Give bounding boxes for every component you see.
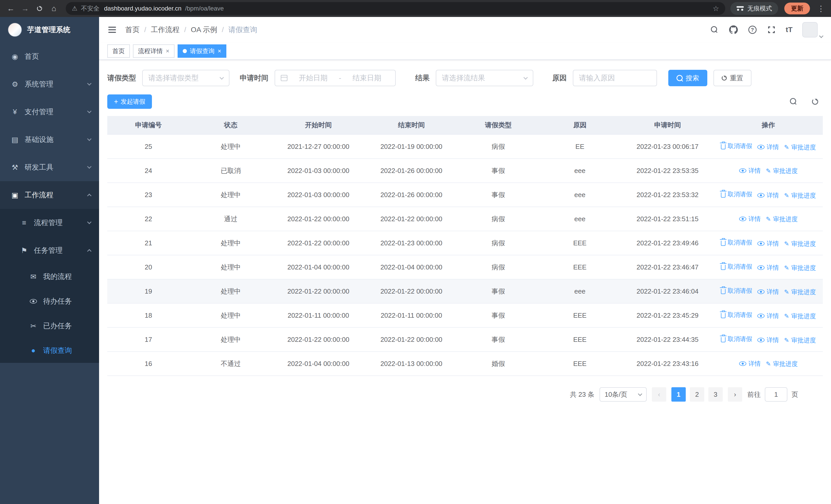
- chevron-up-icon: [87, 194, 92, 198]
- sidebar-item-devtools[interactable]: ⚒ 研发工具: [0, 153, 99, 181]
- forward-icon[interactable]: →: [19, 2, 32, 15]
- apply-time-cell: 2022-01-22 23:53:35: [621, 158, 714, 183]
- sidebar-item-system[interactable]: ⚙ 系统管理: [0, 70, 99, 98]
- font-size-icon[interactable]: tT: [786, 26, 793, 34]
- search-icon[interactable]: [710, 25, 719, 34]
- sidebar-item-home[interactable]: ◉ 首页: [0, 42, 99, 70]
- table-search-icon[interactable]: [789, 97, 798, 106]
- status-cell: 处理中: [190, 327, 272, 352]
- operations-cell: 取消请假详情✎审批进度: [714, 135, 823, 158]
- cancel-link[interactable]: 取消请假: [721, 335, 752, 343]
- breadcrumb-oa-example[interactable]: OA 示例: [191, 25, 218, 35]
- progress-link[interactable]: ✎审批进度: [766, 215, 798, 223]
- progress-link[interactable]: ✎审批进度: [784, 143, 816, 151]
- cancel-link[interactable]: 取消请假: [721, 287, 752, 295]
- detail-link[interactable]: 详情: [757, 143, 779, 151]
- progress-link[interactable]: ✎审批进度: [766, 360, 798, 368]
- reason-label: 原因: [552, 73, 567, 83]
- detail-link[interactable]: 详情: [757, 336, 779, 344]
- page-button-2[interactable]: 2: [690, 387, 704, 402]
- page-button-3[interactable]: 3: [708, 387, 723, 402]
- page-button-1[interactable]: 1: [671, 387, 686, 402]
- progress-link[interactable]: ✎审批进度: [784, 264, 816, 272]
- goto-page-input[interactable]: [765, 387, 787, 402]
- tab-leave-query[interactable]: 请假查询 ×: [178, 45, 226, 58]
- leave-type-select[interactable]: 请选择请假类型: [142, 70, 229, 86]
- chevron-down-icon: [523, 76, 528, 80]
- start-time-cell: 2022-01-11 00:00:00: [272, 303, 365, 327]
- progress-link[interactable]: ✎审批进度: [766, 167, 798, 175]
- detail-link[interactable]: 详情: [757, 312, 779, 320]
- bookmark-star-icon[interactable]: ☆: [713, 4, 719, 13]
- end-time-cell: 2022-01-04 00:00:00: [365, 255, 458, 279]
- sidebar-item-infrastructure[interactable]: ▤ 基础设施: [0, 126, 99, 153]
- progress-link[interactable]: ✎审批进度: [784, 312, 816, 320]
- cancel-link[interactable]: 取消请假: [721, 142, 752, 150]
- fullscreen-icon[interactable]: [767, 25, 776, 34]
- progress-link[interactable]: ✎审批进度: [784, 240, 816, 248]
- back-icon[interactable]: ←: [4, 2, 18, 15]
- progress-link[interactable]: ✎审批进度: [784, 191, 816, 200]
- reset-button[interactable]: 重置: [713, 70, 751, 86]
- user-menu[interactable]: [802, 22, 823, 37]
- breadcrumb: 首页 / 工作流程 / OA 示例 / 请假查询: [125, 25, 257, 35]
- url-path: /bpm/oa/leave: [185, 5, 224, 12]
- sidebar-item-my-process[interactable]: ✉ 我的流程: [0, 264, 99, 289]
- close-icon[interactable]: ×: [218, 48, 221, 54]
- home-icon[interactable]: ⌂: [47, 2, 61, 15]
- status-cell: 已取消: [190, 158, 272, 183]
- sidebar-item-payment[interactable]: ¥ 支付管理: [0, 98, 99, 126]
- progress-link[interactable]: ✎审批进度: [784, 288, 816, 296]
- progress-link[interactable]: ✎审批进度: [784, 336, 816, 345]
- close-icon[interactable]: ×: [166, 48, 169, 54]
- reason-input[interactable]: [579, 74, 651, 82]
- cancel-link[interactable]: 取消请假: [721, 311, 752, 319]
- pen-icon: ✎: [784, 313, 789, 319]
- reload-icon[interactable]: [33, 2, 46, 15]
- detail-link[interactable]: 详情: [757, 264, 779, 272]
- detail-link[interactable]: 详情: [739, 215, 761, 223]
- sidebar-item-leave-query[interactable]: ● 请假查询: [0, 338, 99, 363]
- sidebar-item-workflow[interactable]: ▣ 工作流程: [0, 181, 99, 209]
- sidebar-item-done-tasks[interactable]: ✂ 已办任务: [0, 314, 99, 338]
- tab-home[interactable]: 首页: [107, 45, 130, 58]
- detail-link[interactable]: 详情: [757, 191, 779, 199]
- next-page-button[interactable]: ›: [728, 387, 742, 402]
- breadcrumb-home[interactable]: 首页: [125, 25, 140, 35]
- detail-link[interactable]: 详情: [757, 288, 779, 296]
- reason-cell: EE: [539, 135, 621, 158]
- cancel-link[interactable]: 取消请假: [721, 238, 752, 247]
- tab-process-detail[interactable]: 流程详情 ×: [133, 45, 174, 58]
- apply-time-label: 申请时间: [240, 73, 268, 83]
- sidebar-item-task-management[interactable]: ⚑ 任务管理: [0, 237, 99, 264]
- eye-icon: [739, 361, 746, 366]
- help-icon[interactable]: ?: [748, 25, 757, 34]
- browser-menu-icon[interactable]: ⋮: [815, 4, 827, 13]
- address-bar[interactable]: ⚠ 不安全 dashboard.yudao.iocoder.cn/bpm/oa/…: [66, 2, 725, 15]
- status-cell: 不通过: [190, 352, 272, 376]
- breadcrumb-workflow[interactable]: 工作流程: [151, 25, 180, 35]
- trash-icon: [721, 313, 725, 318]
- cancel-link[interactable]: 取消请假: [721, 263, 752, 271]
- page-size-select[interactable]: 10条/页: [600, 387, 647, 402]
- calendar-icon: [281, 75, 287, 81]
- cancel-link[interactable]: 取消请假: [721, 190, 752, 198]
- sidebar-item-todo-tasks[interactable]: 待办任务: [0, 289, 99, 314]
- detail-link[interactable]: 详情: [757, 239, 779, 248]
- hamburger-icon[interactable]: [107, 25, 117, 35]
- reason-cell: eee: [539, 279, 621, 303]
- detail-link[interactable]: 详情: [739, 359, 761, 368]
- prev-page-button[interactable]: ‹: [652, 387, 666, 402]
- result-select[interactable]: 请选择流结果: [436, 70, 533, 86]
- table-refresh-icon[interactable]: [810, 97, 820, 106]
- create-leave-button[interactable]: + 发起请假: [107, 94, 152, 109]
- apply-time-range-picker[interactable]: 开始日期 - 结束日期: [275, 70, 396, 86]
- detail-link[interactable]: 详情: [739, 167, 761, 175]
- table-header-row: 申请编号 状态 开始时间 结束时间 请假类型 原因 申请时间 操作: [107, 116, 823, 135]
- result-label: 结果: [415, 73, 430, 83]
- browser-update-button[interactable]: 更新: [784, 3, 810, 14]
- sidebar-item-process-management[interactable]: ≡ 流程管理: [0, 209, 99, 237]
- chevron-down-icon: [87, 137, 92, 141]
- search-button[interactable]: 搜索: [668, 70, 707, 86]
- github-icon[interactable]: [729, 25, 738, 34]
